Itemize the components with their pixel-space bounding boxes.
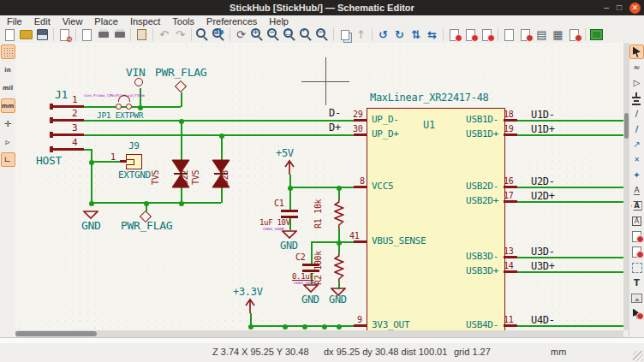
grid-toggle-icon[interactable] bbox=[1, 45, 15, 59]
junction-dot[interactable] bbox=[288, 186, 293, 191]
u1-pin-stub[interactable] bbox=[354, 240, 367, 242]
erc-icon[interactable] bbox=[502, 27, 516, 42]
net-label[interactable]: U3D- bbox=[531, 246, 555, 258]
menu-inspect[interactable]: Inspect bbox=[130, 16, 160, 27]
junction-dot[interactable] bbox=[89, 201, 94, 206]
refresh-icon[interactable] bbox=[234, 27, 248, 42]
j9-value[interactable]: EXTGND bbox=[118, 170, 151, 181]
menu-edit[interactable]: Edit bbox=[34, 16, 51, 27]
r2-symbol[interactable] bbox=[334, 253, 344, 282]
vertical-scrollbar-thumb[interactable] bbox=[624, 113, 629, 139]
find-icon[interactable] bbox=[195, 27, 210, 42]
jp1-jumper-pad[interactable] bbox=[116, 104, 122, 110]
junction-dot[interactable] bbox=[144, 201, 149, 206]
j1-pin-pad[interactable] bbox=[50, 146, 53, 152]
junction-dot[interactable] bbox=[248, 324, 253, 329]
j1-pin-pad[interactable] bbox=[50, 132, 53, 138]
horizontal-scrollbar-thumb[interactable] bbox=[15, 331, 97, 336]
jp1-jumper-pad[interactable] bbox=[126, 104, 132, 110]
vin-power-symbol[interactable] bbox=[134, 78, 143, 86]
open-schematic-icon[interactable] bbox=[19, 27, 33, 42]
add-text-icon[interactable] bbox=[629, 276, 644, 290]
annotate-icon[interactable] bbox=[518, 27, 533, 42]
redo-icon[interactable] bbox=[173, 27, 188, 42]
add-symbol-icon[interactable] bbox=[629, 75, 644, 90]
net-label-dminus[interactable]: D- bbox=[329, 108, 341, 119]
hidden-pins-icon[interactable] bbox=[1, 134, 15, 149]
highlight-net-icon[interactable] bbox=[629, 60, 644, 74]
u1-pin-stub[interactable] bbox=[504, 324, 517, 326]
net-label[interactable]: U2D+ bbox=[531, 191, 555, 202]
gnd-symbol[interactable] bbox=[83, 211, 98, 219]
r1-reference-value[interactable]: R1 10k bbox=[313, 199, 324, 228]
c2-reference[interactable]: C2 bbox=[295, 252, 305, 262]
mirror-horizontal-icon[interactable] bbox=[425, 27, 439, 42]
mirror-vertical-icon[interactable] bbox=[408, 27, 423, 42]
wire[interactable] bbox=[311, 242, 313, 264]
save-icon[interactable] bbox=[35, 27, 50, 42]
vin-label[interactable]: VIN bbox=[126, 67, 146, 79]
units-mils-icon[interactable]: mil bbox=[1, 80, 15, 95]
hv-wires-icon[interactable] bbox=[1, 152, 15, 167]
zoom-in-icon[interactable]: + bbox=[250, 27, 265, 42]
j1-pin-stub[interactable] bbox=[53, 119, 84, 121]
j1-reference[interactable]: J1 bbox=[55, 89, 68, 101]
host-label[interactable]: HOST bbox=[36, 155, 62, 167]
hierarchical-label-icon[interactable] bbox=[629, 214, 644, 228]
units-mm-icon[interactable]: mm bbox=[1, 98, 15, 113]
junction-dot[interactable] bbox=[322, 324, 327, 329]
j1-pin-pad[interactable] bbox=[50, 104, 53, 110]
jp1-jumper-arc[interactable] bbox=[118, 95, 130, 102]
gnd-label[interactable]: GND bbox=[301, 294, 319, 306]
j9-pin-stub[interactable] bbox=[120, 160, 127, 162]
wire[interactable] bbox=[84, 106, 181, 108]
import-sheet-pin-icon[interactable] bbox=[629, 245, 644, 259]
r1-symbol[interactable] bbox=[334, 199, 344, 228]
gnd-label[interactable]: GND bbox=[329, 294, 347, 306]
j1-pin-stub[interactable] bbox=[53, 105, 84, 107]
j1-pin-pad[interactable] bbox=[50, 117, 53, 123]
add-wire-icon[interactable] bbox=[629, 106, 644, 121]
minimize-button[interactable]: – bbox=[604, 3, 609, 12]
hierarchy-navigator-icon[interactable] bbox=[337, 27, 352, 42]
units-inches-icon[interactable]: in bbox=[1, 62, 15, 77]
add-bus-icon[interactable] bbox=[629, 122, 644, 136]
u1-pin-stub[interactable] bbox=[504, 134, 517, 135]
delete-tool-icon[interactable] bbox=[629, 306, 644, 321]
junction-dot[interactable] bbox=[337, 186, 342, 191]
horizontal-scrollbar[interactable] bbox=[15, 330, 623, 337]
net-label-dplus[interactable]: D+ bbox=[329, 122, 341, 134]
assign-footprints-icon[interactable] bbox=[567, 27, 581, 42]
c1-symbol[interactable] bbox=[281, 210, 298, 212]
junction-dot[interactable] bbox=[179, 201, 184, 206]
net-label[interactable]: U3D+ bbox=[531, 261, 555, 272]
wire[interactable] bbox=[91, 202, 221, 204]
u1-pin-stub[interactable] bbox=[504, 200, 517, 202]
junction-dot[interactable] bbox=[283, 324, 288, 329]
plus3v3-label[interactable]: +3.3V bbox=[233, 287, 263, 298]
pcb-editor-icon[interactable] bbox=[589, 27, 604, 42]
undo-icon[interactable] bbox=[157, 27, 171, 42]
jp1-reference[interactable]: JP1 EXTPWR bbox=[97, 111, 143, 120]
sheet-pin-icon[interactable] bbox=[629, 260, 644, 275]
menu-view[interactable]: View bbox=[63, 16, 83, 27]
global-label-icon[interactable] bbox=[629, 199, 644, 213]
menu-preferences[interactable]: Preferences bbox=[206, 16, 257, 27]
u1-pin-stub[interactable] bbox=[354, 134, 367, 135]
title-bar[interactable]: StickHub [StickHub/] — Schematic Editor … bbox=[0, 0, 644, 15]
paste-icon[interactable] bbox=[134, 27, 149, 42]
leave-sheet-icon[interactable] bbox=[354, 27, 368, 42]
gnd-label[interactable]: GND bbox=[81, 220, 101, 232]
new-schematic-icon[interactable] bbox=[3, 27, 17, 42]
pwr-flag-label[interactable]: PWR_FLAG bbox=[121, 220, 172, 232]
rotate-ccw-icon[interactable] bbox=[376, 27, 391, 42]
schematic-canvas[interactable]: 1 2 3 4 J1 HOST Conn_Primax_13MovPitchLc… bbox=[15, 43, 623, 330]
footprint-editor-icon[interactable] bbox=[463, 27, 478, 42]
junction-dot[interactable] bbox=[219, 134, 224, 139]
junction-dot[interactable] bbox=[179, 119, 184, 124]
u1-pin-stub[interactable] bbox=[354, 324, 367, 326]
add-image-icon[interactable] bbox=[629, 291, 644, 306]
net-label-icon[interactable] bbox=[629, 183, 644, 198]
simulator-icon[interactable] bbox=[480, 27, 494, 42]
add-junction-icon[interactable] bbox=[629, 168, 644, 182]
